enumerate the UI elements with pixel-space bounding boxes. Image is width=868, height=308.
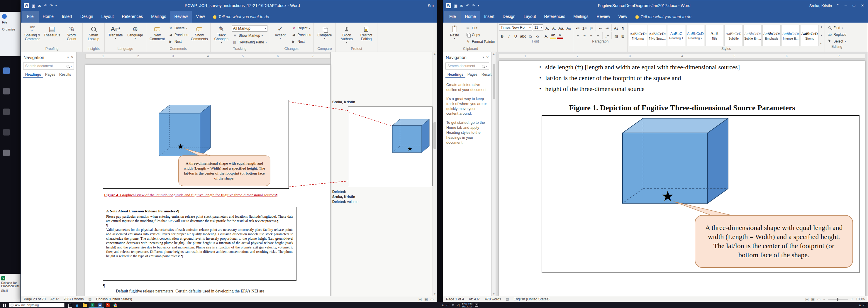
scroll-up-icon[interactable]: ▲ bbox=[492, 53, 496, 55]
nav-pane-tab[interactable]: Headings bbox=[23, 71, 43, 78]
bullet-item[interactable]: • height of the three-dimensional source bbox=[539, 85, 854, 93]
excel-taskbar-button[interactable]: X bbox=[89, 302, 96, 308]
file-explorer-taskbar-button[interactable] bbox=[81, 302, 89, 308]
print-layout-button[interactable]: ▦ bbox=[811, 297, 815, 301]
callout-bubble[interactable]: A three-dimensional shape with equal len… bbox=[178, 155, 270, 186]
previous-comment-button[interactable]: ◀ Previous bbox=[167, 32, 189, 38]
read-mode-button[interactable]: ▤ bbox=[418, 297, 422, 301]
style-gallery-item[interactable]: AaBbCcDt Subtle Em... bbox=[743, 25, 762, 47]
proofing-status-icon[interactable]: ▤ bbox=[88, 297, 91, 301]
nav-pane-tab[interactable]: Pages bbox=[465, 71, 479, 78]
style-gallery-item[interactable]: AaBbCcDt Emphasis bbox=[763, 25, 781, 47]
change-case-button[interactable]: Aa▾ bbox=[558, 25, 565, 31]
next-comment-button[interactable]: ▶ Next bbox=[167, 39, 189, 44]
text-effects-button[interactable]: A▾ bbox=[544, 33, 549, 39]
background-app-icon[interactable] bbox=[3, 129, 10, 135]
acrobat-taskbar-button[interactable]: A bbox=[104, 302, 112, 308]
delete-comment-button[interactable]: ✕ Delete ▾ bbox=[167, 25, 189, 31]
zoom-in-button[interactable]: + bbox=[851, 297, 853, 301]
smart-lookup-button[interactable]: Smart Lookup bbox=[84, 24, 103, 47]
nav-search-input[interactable] bbox=[25, 64, 65, 68]
paste-button[interactable]: Paste ▾ bbox=[445, 24, 464, 47]
account-name[interactable]: Sroka, Kristin bbox=[809, 3, 832, 8]
strikethrough-button[interactable]: abc bbox=[519, 33, 527, 39]
superscript-button[interactable]: x2 bbox=[534, 33, 540, 39]
next-change-button[interactable]: ▶ Next bbox=[290, 39, 312, 44]
status-page[interactable]: Page 1 of 4 bbox=[446, 297, 464, 301]
markup-author[interactable]: Sroka, Kristin bbox=[332, 100, 355, 104]
zoom-percentage[interactable]: 100% bbox=[856, 297, 865, 301]
status-page[interactable]: Page 23 of 70 bbox=[24, 297, 46, 301]
ribbon-tab[interactable]: Layout bbox=[520, 11, 540, 23]
gallery-scroll-down-icon[interactable]: ▼ bbox=[820, 34, 823, 37]
tell-me-box[interactable]: Tell me what you want to do bbox=[209, 11, 273, 23]
new-comment-button[interactable]: New Comment bbox=[148, 24, 166, 47]
select-button[interactable]: Select ▾ bbox=[826, 38, 847, 44]
zoom-slider-thumb[interactable] bbox=[837, 298, 838, 301]
hidden-icons-chevron[interactable]: ∧ bbox=[859, 303, 861, 307]
chevron-down-icon[interactable]: ▾ bbox=[483, 56, 484, 59]
style-gallery-item[interactable]: AaBbCcD Subtitle bbox=[724, 25, 743, 47]
style-gallery-item[interactable]: AaB Title bbox=[705, 25, 723, 47]
style-gallery-item[interactable]: AaBbCcDt Strong bbox=[801, 25, 819, 47]
document-page[interactable]: ★ A three-dimensional shape with equal l… bbox=[85, 65, 331, 296]
font-color-button[interactable]: A bbox=[557, 33, 563, 39]
nav-pane-tab[interactable]: Results bbox=[479, 71, 492, 78]
underline-button[interactable]: U bbox=[513, 33, 519, 39]
sort-button[interactable]: A↓ bbox=[613, 25, 619, 31]
status-words[interactable]: 26671 words bbox=[64, 297, 84, 301]
bold-button[interactable]: B bbox=[499, 33, 505, 39]
font-size-dropdown[interactable]: 11 ▾ bbox=[533, 24, 544, 31]
markup-deleted-row[interactable]: Deleted: volume bbox=[332, 200, 358, 204]
redo-icon[interactable]: ↷ bbox=[50, 3, 53, 8]
horizontal-ruler[interactable]: 1234567 bbox=[499, 54, 865, 59]
highlight-color-button[interactable]: ab bbox=[550, 33, 556, 39]
scrollbar-thumb[interactable] bbox=[433, 122, 436, 149]
close-icon[interactable]: ✕ bbox=[486, 56, 489, 59]
ribbon-tab[interactable]: Insert bbox=[480, 11, 498, 23]
chevron-down-icon[interactable]: ▾ bbox=[71, 65, 72, 67]
proofing-status-icon[interactable]: ▤ bbox=[506, 297, 509, 301]
minimize-button[interactable]: ─ bbox=[844, 3, 848, 8]
zoom-out-button[interactable]: − bbox=[823, 297, 825, 301]
font-family-dropdown[interactable]: Times New Ro ▾ bbox=[499, 24, 532, 31]
nav-pane-tab[interactable]: Headings bbox=[445, 71, 465, 78]
nav-search-box[interactable]: ▾ bbox=[23, 62, 74, 69]
scroll-down-icon[interactable]: ▼ bbox=[492, 293, 496, 296]
network-icon[interactable]: ≋ bbox=[452, 303, 454, 307]
ribbon-tab[interactable]: Layout bbox=[97, 11, 118, 23]
show-markup-button[interactable]: ≡ Show Markup ▾ bbox=[232, 33, 268, 38]
ribbon-tab[interactable]: Design bbox=[76, 11, 97, 23]
figure-box[interactable]: ★ A three-dimensional shape with equal l… bbox=[541, 115, 860, 273]
read-mode-button[interactable]: ▤ bbox=[805, 297, 808, 301]
markup-author[interactable]: Sroka, Kristin bbox=[332, 195, 355, 199]
email-icon[interactable]: ✉ bbox=[38, 3, 41, 8]
undo-icon[interactable]: ↶ bbox=[44, 3, 47, 8]
show-paragraph-marks-button[interactable]: ¶ bbox=[620, 25, 626, 31]
ribbon-tab[interactable]: Design bbox=[498, 11, 520, 23]
close-button[interactable]: ✕ bbox=[860, 3, 865, 8]
gallery-scroll-up-icon[interactable]: ▲ bbox=[820, 26, 823, 28]
replace-button[interactable]: ab Replace bbox=[826, 32, 847, 37]
block-authors-button[interactable]: Block Authors ▾ bbox=[337, 24, 356, 47]
increase-indent-button[interactable]: ⇥ bbox=[604, 25, 610, 31]
style-gallery-item[interactable]: AaBbCcDc ¶ No Spac... bbox=[648, 25, 666, 47]
hidden-icons-chevron[interactable]: ∧ bbox=[442, 303, 444, 307]
web-layout-button[interactable]: ▭ bbox=[817, 297, 820, 301]
background-app-icon[interactable] bbox=[3, 150, 10, 156]
status-language[interactable]: English (United States) bbox=[514, 297, 550, 301]
word-count-button[interactable]: ABC123 Word Count bbox=[62, 24, 81, 47]
multilevel-list-button[interactable]: ⁝≡ bbox=[588, 25, 594, 31]
scrollbar-thumb[interactable] bbox=[493, 64, 495, 99]
vertical-scrollbar[interactable]: ▲ ▼ bbox=[433, 52, 437, 296]
nav-search-input[interactable] bbox=[447, 64, 480, 68]
shrink-font-button[interactable]: A▾ bbox=[551, 25, 557, 31]
print-layout-button[interactable]: ▦ bbox=[424, 297, 428, 301]
qat-customize-icon[interactable]: ▾ bbox=[55, 4, 57, 7]
email-icon[interactable]: ✉ bbox=[460, 3, 463, 8]
background-app-icon[interactable] bbox=[3, 88, 10, 94]
nav-pane-tab[interactable]: Pages bbox=[43, 71, 57, 78]
thesaurus-button[interactable]: ▤ Thesaurus bbox=[42, 24, 61, 47]
account-name[interactable]: Sro bbox=[428, 3, 434, 8]
gallery-more-icon[interactable]: ▾ bbox=[820, 42, 823, 45]
